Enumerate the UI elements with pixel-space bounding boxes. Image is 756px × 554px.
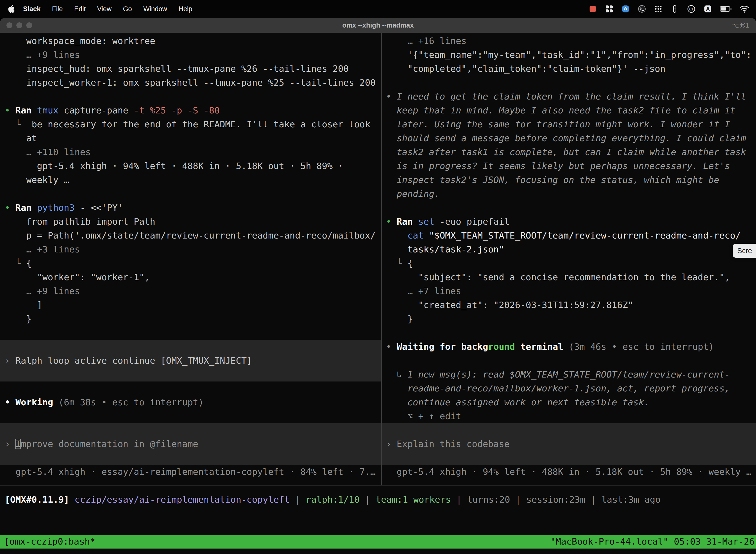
menu-item-file[interactable]: File [46,5,69,13]
right-terminal-pane[interactable]: … +16 lines '{"team_name":"my-team","tas… [382,33,756,485]
text-segment: } [386,314,413,324]
menu-item-go[interactable]: Go [117,5,138,13]
menu-item-window[interactable]: Window [138,5,173,13]
text-segment: Ralph loop active continue [OMX_TMUX_INJ… [15,355,252,366]
prompt-line[interactable] [0,423,381,437]
text-segment: › [5,355,15,366]
text-segment: … +3 lines [5,244,80,255]
desktop: { "menubar": { "app_menus": ["Slack", "F… [0,0,756,554]
text-segment: "worker": "worker-1", [5,272,150,282]
menu-item-edit[interactable]: Edit [68,5,91,13]
terminal-app-icon[interactable] [637,4,646,13]
text-segment: inspect task2's JSON, focusing on the st… [386,175,719,185]
text-segment: I need to get the claim token from the c… [397,91,746,102]
minimize-button[interactable] [16,22,22,28]
text-segment: • [5,203,15,213]
pill-icon[interactable] [670,4,679,13]
text-segment: Ran [15,105,37,115]
screen-recording-stop-icon[interactable] [588,4,597,13]
text-segment: ⌥ + ↑ edit [386,411,461,421]
text-segment: • [5,397,15,407]
terminal-line: • Working (6m 38s • esc to interrupt) [0,395,381,409]
svg-text:A: A [706,6,710,12]
text-segment: mprove documentation in @filename [21,439,198,449]
prompt-line[interactable] [0,451,381,465]
terminal-line: "subject": "send a concise recommendatio… [382,270,756,284]
menubar: Slack File Edit View Go Window Help [0,0,756,18]
text-segment: should send a message before completing … [386,133,746,143]
menubar-status-icons: 61 A [588,4,750,14]
battery-icon[interactable] [720,6,732,12]
menu-item-help[interactable]: Help [173,5,198,13]
text-segment: tmux [37,105,59,115]
terminal-line: ] [0,298,381,312]
text-segment: cat [407,230,424,240]
prompt-line[interactable]: › Improve documentation in @filename [0,437,381,451]
text-segment: › [5,439,15,449]
text-segment: terminal [515,341,563,352]
text-segment: | [360,494,376,505]
text-segment: Working [15,397,53,407]
text-segment: tasks/task-2.json" [386,244,504,255]
text-segment: • [5,105,15,115]
text-segment: | [510,494,526,505]
prompt-line[interactable] [0,340,381,354]
window-titlebar[interactable]: omx --xhigh --madmax ⌥⌘1 [0,18,756,33]
blue-app-icon[interactable] [621,4,630,13]
text-segment: … +9 lines [5,286,80,296]
terminal-line: ↳ 1 new msg(s): read $OMX_TEAM_STATE_ROO… [382,368,756,382]
battery-circle-icon[interactable]: 61 [687,4,696,14]
text-segment: { [26,258,32,268]
terminal-line: later. Using the same for transition mig… [382,117,756,131]
text-segment: cczip/essay/ai-reimplementation-copyleft [75,494,290,505]
terminal-line: • Ran tmux capture-pane -t %25 -p -S -80 [0,104,381,117]
terminal-line [382,201,756,215]
terminal-line: • Ran set -euo pipefail [382,215,756,229]
text-segment: └ [5,119,32,129]
screen-capture-overlay-button[interactable]: Scre [733,244,756,258]
text-segment: … +7 lines [386,286,461,296]
text-segment: team:1 workers [376,494,451,505]
menu-item-app[interactable]: Slack [17,5,46,13]
text-segment: "$OMX_TEAM_STATE_ROOT/team/review-curren… [424,230,741,240]
text-segment: set [418,216,434,227]
menu-item-view[interactable]: View [91,5,117,13]
left-terminal-pane[interactable]: workspace_mode: worktree … +9 lines insp… [0,33,381,485]
terminal-line: readme-and-reco/mailbox/worker-1.json, a… [382,382,756,395]
terminal-line: weekly … [0,173,381,187]
text-segment: › [386,439,397,449]
terminal-line [382,326,756,340]
svg-text:61: 61 [689,7,693,11]
text-segment: task2 after task1 is complete, but can I… [386,147,746,157]
terminal-line: keep that in mind. Maybe I also need the… [382,104,756,117]
apple-menu-icon[interactable] [8,5,15,13]
terminal-line [382,354,756,368]
text-segment: '{"team_name":"my-team","task_id":"1","f… [386,50,752,60]
terminal-line: … +3 lines [0,242,381,257]
close-button[interactable] [6,22,12,28]
text-segment: … +16 lines [386,36,466,46]
prompt-line[interactable] [382,451,756,465]
text-segment: Explain this codebase [397,439,509,449]
input-source-icon[interactable]: A [703,4,712,13]
text-segment: | [290,494,306,505]
text-segment: • [386,216,397,227]
terminal-line: └ { [382,257,756,270]
prompt-line[interactable] [0,368,381,382]
zoom-button[interactable] [26,22,32,28]
prompt-line[interactable]: › Ralph loop active continue [OMX_TMUX_I… [0,354,381,368]
prompt-line[interactable]: › Explain this codebase [382,437,756,451]
text-segment: at [5,133,37,143]
terminal-line: inspect_worker-1: omx sparkshell --tmux-… [0,76,381,90]
wifi-icon[interactable] [739,5,750,13]
terminal-line [0,90,381,104]
terminal-line [0,326,381,340]
prompt-line[interactable] [382,423,756,437]
window-tiles-icon[interactable] [605,4,614,13]
text-segment [69,494,75,505]
terminal-line: task2 after task1 is complete, but can I… [382,145,756,159]
terminal-line: … +9 lines [0,284,381,298]
text-segment: python3 [37,203,75,213]
text-segment: gpt-5.4 xhigh · 94% left · 488K in · 5.1… [386,466,752,477]
dots-grid-icon[interactable] [654,4,663,13]
